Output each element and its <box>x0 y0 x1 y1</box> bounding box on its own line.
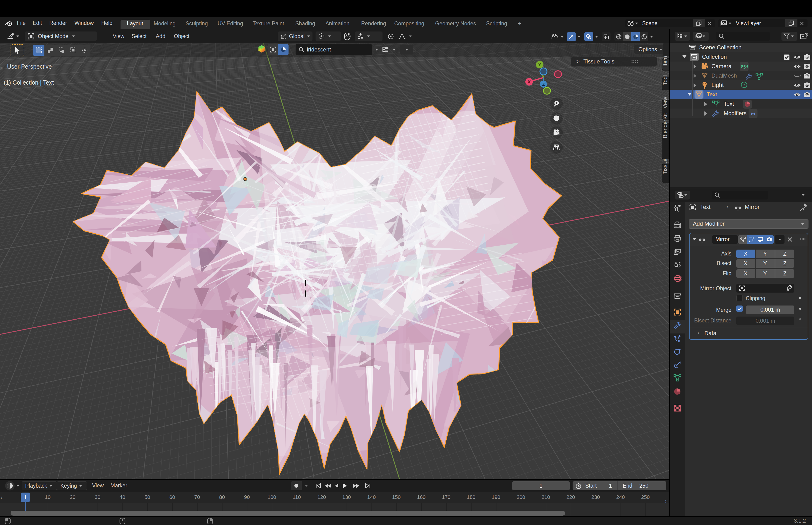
svg-text:Z: Z <box>542 82 545 87</box>
svg-text:X: X <box>528 79 531 84</box>
svg-text:Y: Y <box>538 62 541 67</box>
